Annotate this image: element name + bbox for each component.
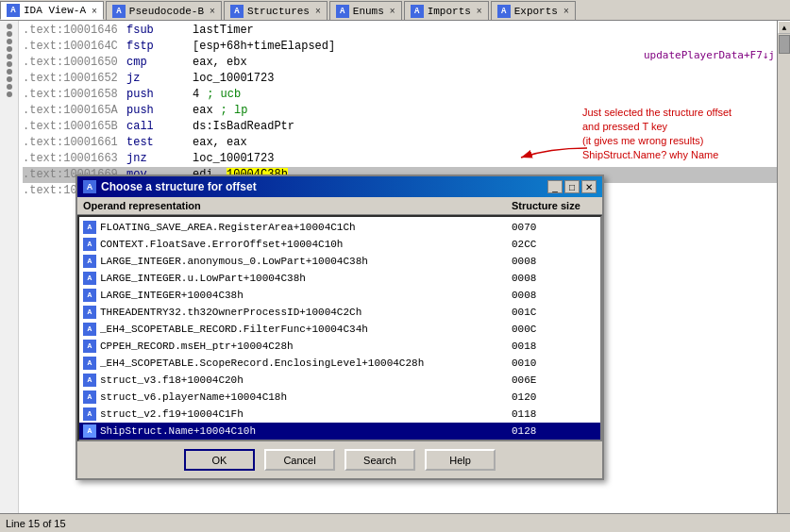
list-item-size: 001C (512, 305, 597, 320)
choose-structure-dialog: A Choose a structure for offset _ □ ✕ Op… (76, 175, 604, 480)
column-header-size: Structure size (512, 200, 597, 211)
list-item-icon: A (83, 391, 96, 404)
list-item-icon: A (83, 424, 96, 438)
dialog-title-icon: A (83, 180, 96, 193)
list-item-icon: A (83, 374, 96, 387)
list-item-size: 0008 (512, 254, 597, 269)
list-item-size: 0120 (512, 390, 597, 405)
list-item-size: 0008 (512, 215, 597, 218)
list-item-size: 0008 (512, 271, 597, 286)
dialog-minimize-btn[interactable]: _ (547, 180, 563, 193)
dialog-footer: OK Cancel Search Help (77, 441, 602, 478)
list-item[interactable]: A_EH4_SCOPETABLE_RECORD.FilterFunc+10004… (79, 321, 600, 338)
list-item-name: _EH4_SCOPETABLE.ScopeRecord.EnclosingLev… (100, 356, 512, 371)
list-item[interactable]: Astruct_v6.playerName+10004C18h0120 (79, 389, 600, 406)
list-item-name: struct_v3.f18+10004C20h (100, 373, 512, 388)
dialog-title-text: Choose a structure for offset (101, 180, 257, 193)
help-button[interactable]: Help (425, 449, 496, 471)
list-item-size: 0118 (512, 407, 597, 422)
search-button[interactable]: Search (345, 449, 415, 471)
list-item[interactable]: ACPPEH_RECORD.msEH_ptr+10004C28h0018 (79, 338, 600, 355)
list-item-icon: A (83, 238, 96, 251)
list-item-name: LARGE_INTEGER.anonymous_0.LowPart+10004C… (100, 254, 512, 269)
dialog-titlebar: A Choose a structure for offset _ □ ✕ (77, 176, 602, 197)
list-item-name: CPPEH_RECORD.msEH_ptr+10004C28h (100, 339, 512, 354)
list-item-name: LARGE_INTEGER.u.LowPart+10004C38h (100, 271, 512, 286)
list-item-size: 0010 (512, 356, 597, 371)
ok-button[interactable]: OK (184, 449, 255, 471)
dialog-maximize-btn[interactable]: □ (564, 180, 580, 193)
dialog-title-left: A Choose a structure for offset (83, 180, 257, 193)
list-item[interactable]: ALARGE_INTEGER.u.LowPart+10004C38h0008 (79, 270, 600, 287)
list-item-size: 006E (512, 373, 597, 388)
list-item-icon: A (83, 289, 96, 302)
list-item-name: CONTEXT.FloatSave.ErrorOffset+10004C10h (100, 237, 512, 252)
list-item-size: 0018 (512, 339, 597, 354)
list-item-icon: A (83, 306, 96, 319)
list-item-name: struct_v2.f19+10004C1Fh (100, 407, 512, 422)
modal-overlay: A Choose a structure for offset _ □ ✕ Op… (0, 0, 790, 532)
list-item[interactable]: A_EH4_SCOPETABLE.ScopeRecord.EnclosingLe… (79, 355, 600, 372)
list-item[interactable]: ALARGE_INTEGER.anonymous_0.LowPart+10004… (79, 253, 600, 270)
list-item-name: _EH4_SCOPETABLE_RECORD.FilterFunc+10004C… (100, 322, 512, 337)
list-item-name: struct_v6.playerName+10004C18h (100, 390, 512, 405)
list-item-icon: A (83, 340, 96, 353)
cancel-button[interactable]: Cancel (264, 449, 335, 471)
structure-list[interactable]: A_FILETIME.dwLowDateTime+10004C38h0008A_… (77, 215, 602, 441)
list-item[interactable]: AShipStruct.Name+10004C10h0128 (79, 423, 600, 440)
list-item-name: ShipStruct.Name+10004C10h (100, 424, 512, 439)
list-item-name: LARGE_INTEGER+10004C38h (100, 288, 512, 303)
list-item-icon: A (83, 357, 96, 370)
list-item-size: 0008 (512, 288, 597, 303)
list-item-icon: A (83, 323, 96, 336)
list-item[interactable]: Astruct_v3.f18+10004C20h006E (79, 372, 600, 389)
list-item-size: 000C (512, 322, 597, 337)
dialog-column-headers: Operand representation Structure size (77, 197, 602, 215)
list-item-icon: A (83, 407, 96, 421)
list-item[interactable]: ACONTEXT.FloatSave.ErrorOffset+10004C10h… (79, 236, 600, 253)
column-header-operand: Operand representation (83, 200, 512, 211)
list-item-size: 0070 (512, 220, 597, 235)
dialog-controls: _ □ ✕ (547, 180, 597, 193)
list-item-size: 02CC (512, 237, 597, 252)
list-item[interactable]: AFLOATING_SAVE_AREA.RegisterArea+10004C1… (79, 219, 600, 236)
list-item-icon: A (83, 272, 96, 285)
list-item-icon: A (83, 255, 96, 268)
list-item-size: 0128 (512, 424, 597, 439)
list-item-icon: A (83, 221, 96, 234)
list-item-name: _EXCEPTION_POINTERS.ExceptionRecord+1000… (100, 215, 512, 218)
list-item-name: FLOATING_SAVE_AREA.RegisterArea+10004C1C… (100, 220, 512, 235)
dialog-close-btn[interactable]: ✕ (581, 180, 597, 193)
list-item[interactable]: ALARGE_INTEGER+10004C38h0008 (79, 287, 600, 304)
list-item[interactable]: Astruct_v2.f19+10004C1Fh0118 (79, 406, 600, 423)
list-item[interactable]: ATHREADENTRY32.th32OwnerProcessID+10004C… (79, 304, 600, 321)
list-item-name: THREADENTRY32.th32OwnerProcessID+10004C2… (100, 305, 512, 320)
list-item-icon: A (83, 215, 96, 217)
